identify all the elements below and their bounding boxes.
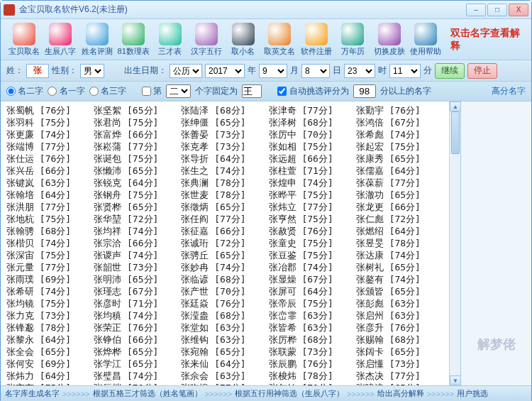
name-item[interactable]: 张启州 [63分] <box>356 309 443 322</box>
name-item[interactable]: 张宗洽 [66分] <box>94 237 181 249</box>
name-item[interactable]: 张钢舟 [75分] <box>94 189 181 201</box>
name-item[interactable]: 张洪朋 [77分] <box>6 201 94 213</box>
name-item[interactable]: 张达康 [74分] <box>356 249 443 261</box>
name-item[interactable]: 张君尚 [75分] <box>94 116 181 128</box>
name-item[interactable]: 张诚珩 [72分] <box>181 237 268 249</box>
name-item[interactable]: 张起宏 [75分] <box>356 141 443 153</box>
name-item[interactable]: 张锐克 [64分] <box>94 177 181 189</box>
name-item[interactable]: 张韶世 [73分] <box>94 261 181 273</box>
radio-2char[interactable]: 名二字 <box>6 85 43 97</box>
name-item[interactable]: 张赐翰 [68分] <box>356 334 443 346</box>
name-item[interactable]: 张学江 [65分] <box>94 358 181 370</box>
name-item[interactable]: 张元量 [77分] <box>6 261 94 273</box>
name-item[interactable]: 张翰培 [64分] <box>6 189 94 201</box>
name-item[interactable]: 张征嘉 [66分] <box>181 225 268 237</box>
scroll-thumb[interactable] <box>451 111 460 154</box>
stop-button[interactable]: 停止 <box>467 63 497 79</box>
name-item[interactable]: 张亨然 [75分] <box>269 213 356 225</box>
name-item[interactable]: 张杰决 [77分] <box>356 370 443 382</box>
radio-1char[interactable]: 名一字 <box>48 85 84 97</box>
name-item[interactable]: 张任阎 [77分] <box>181 213 268 225</box>
name-item[interactable]: 张崧蒲 [77分] <box>94 141 181 153</box>
name-item[interactable]: 张富烨 [66分] <box>94 128 181 141</box>
name-item[interactable]: 张产世 [70分] <box>181 285 268 297</box>
name-item[interactable]: 张滢盎 [68分] <box>181 309 268 322</box>
name-item[interactable]: 张明沛 [65分] <box>94 273 181 285</box>
name-item[interactable]: 张均镜 [75分] <box>6 297 94 309</box>
name-item[interactable]: 张坚絮 [65分] <box>94 104 181 116</box>
name-item[interactable]: 张楷贝 [74分] <box>6 237 94 249</box>
name-item[interactable]: 张阔卡 [65分] <box>356 346 443 358</box>
name-item[interactable]: 张堂如 [63分] <box>181 322 268 334</box>
name-item[interactable]: 张昫惶 [77分] <box>181 382 268 385</box>
name-item[interactable]: 张克孝 [73分] <box>181 141 268 153</box>
name-item[interactable]: 张啸津 [65分] <box>356 382 443 385</box>
name-item[interactable]: 张炜立 [77分] <box>269 201 356 213</box>
name-item[interactable]: 张临谚 [68分] <box>181 273 268 285</box>
name-item[interactable]: 张帝辰 [75分] <box>269 297 356 309</box>
day-select[interactable]: 8 <box>301 64 330 78</box>
name-item[interactable]: 张维钩 [63分] <box>181 334 268 346</box>
name-item[interactable]: 张何安 [69分] <box>6 358 94 370</box>
name-item[interactable]: 张辰鹏 [76分] <box>269 358 356 370</box>
hour-select[interactable]: 23 <box>344 64 375 78</box>
name-item[interactable]: 张柱萱 [71分] <box>269 165 356 177</box>
name-item[interactable]: 张廷焱 [76分] <box>181 297 268 309</box>
name-item[interactable]: 张烨桦 [65分] <box>94 346 181 358</box>
name-item[interactable]: 张燃绍 [64分] <box>356 225 443 237</box>
name-item[interactable]: 张煌申 [74分] <box>269 177 356 189</box>
maximize-button[interactable]: □ <box>487 4 507 16</box>
toolbar-姓名评测[interactable]: 姓名评测 <box>79 21 114 58</box>
name-item[interactable]: 张雨璞 [69分] <box>6 273 94 285</box>
name-item[interactable]: 张宛翰 [65分] <box>181 346 268 358</box>
name-item[interactable]: 张赦贤 [76分] <box>269 225 356 237</box>
fixed-char-input[interactable] <box>242 84 262 98</box>
name-item[interactable]: 张生之 [74分] <box>181 165 268 177</box>
toolbar-宝贝取名[interactable]: 宝贝取名 <box>6 21 41 58</box>
calendar-select[interactable]: 公历 <box>170 64 202 78</box>
name-item[interactable]: 张键岚 [63分] <box>6 177 94 189</box>
name-item[interactable]: 张力克 [73分] <box>6 309 94 322</box>
name-item[interactable]: 张联蒙 [73分] <box>269 346 356 358</box>
name-item[interactable]: 张世麦 [78分] <box>181 189 268 201</box>
name-item[interactable]: 张勤宇 [76分] <box>356 104 443 116</box>
name-item[interactable]: 张童史 [75分] <box>269 237 356 249</box>
name-item[interactable]: 张仁彪 [72分] <box>356 213 443 225</box>
name-item[interactable]: 张颁皆 [65分] <box>356 285 443 297</box>
name-item[interactable]: 张兴岳 [66分] <box>6 165 94 177</box>
name-item[interactable]: 张希研 [74分] <box>6 285 94 297</box>
name-item[interactable]: 张均稹 [74分] <box>94 309 181 322</box>
name-item[interactable]: 张懒沛 [65分] <box>94 165 181 177</box>
year-select[interactable]: 2017 <box>205 64 245 78</box>
name-item[interactable]: 张羽科 [75分] <box>6 116 94 128</box>
name-item[interactable]: 张厉中 [70分] <box>269 128 356 141</box>
name-item[interactable]: 张泽树 [68分] <box>269 116 356 128</box>
name-item[interactable]: 张鸿倍 [67分] <box>356 116 443 128</box>
toolbar-81数理表[interactable]: 81数理表 <box>116 21 150 58</box>
name-item[interactable]: 张显燥 [67分] <box>269 273 356 285</box>
minimize-button[interactable]: – <box>466 4 486 16</box>
check-fixed[interactable]: 第 <box>142 85 162 97</box>
name-item[interactable]: 张儒嘉 [64分] <box>356 165 443 177</box>
name-item[interactable]: 张仕运 [76分] <box>6 153 94 165</box>
name-item[interactable]: 张骋丘 [65分] <box>181 249 268 261</box>
toolbar-取小名[interactable]: 取小名 <box>226 21 260 58</box>
name-item[interactable]: 张全会 [65分] <box>6 346 94 358</box>
name-item[interactable]: 张华堃 [72分] <box>94 213 181 225</box>
name-item[interactable]: 张更廉 [74分] <box>6 128 94 141</box>
name-item[interactable]: 张瑾志 [67分] <box>94 285 181 297</box>
name-item[interactable]: 张妙冉 [74分] <box>181 261 268 273</box>
name-item[interactable]: 张辰桤 [70分] <box>94 382 181 385</box>
month-select[interactable]: 9 <box>259 64 287 78</box>
name-item[interactable]: 张葆薪 [77分] <box>356 177 443 189</box>
toolbar-软件注册[interactable]: 软件注册 <box>299 21 333 58</box>
name-item[interactable]: 张鏊有 [74分] <box>356 273 443 285</box>
scroll-up-icon[interactable]: ▲ <box>450 101 461 111</box>
name-item[interactable]: 张深宙 [75分] <box>6 249 94 261</box>
name-item[interactable]: 张龙更 [66分] <box>356 201 443 213</box>
gender-select[interactable]: 男 <box>80 64 104 78</box>
name-item[interactable]: 张启懂 [73分] <box>356 358 443 370</box>
name-item[interactable]: 张贤桦 [65分] <box>94 201 181 213</box>
toolbar-生辰八字[interactable]: 生辰八字 <box>43 21 77 58</box>
scrollbar[interactable]: ▲ ▼ <box>449 101 460 385</box>
